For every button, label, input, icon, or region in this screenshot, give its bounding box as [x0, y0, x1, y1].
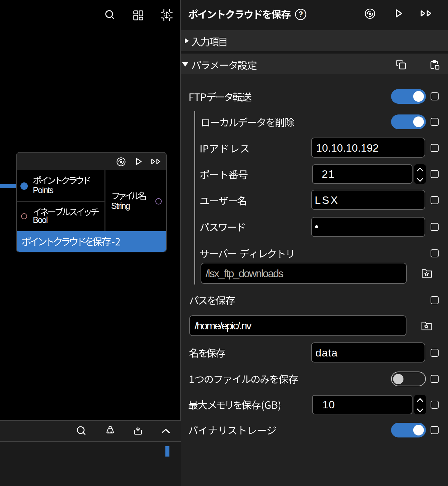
svg-text:?: ?	[298, 10, 303, 19]
